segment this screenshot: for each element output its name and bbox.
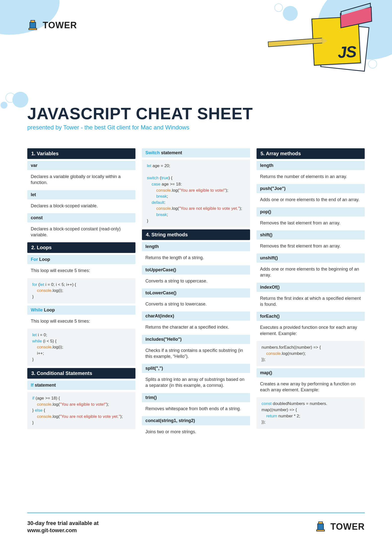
str-includes-h: includes("Hello") xyxy=(142,335,250,344)
section-variables: 1. Variables xyxy=(27,148,135,159)
str-includes-d: Checks if a string contains a specific s… xyxy=(142,346,250,362)
str-lower-d: Converts a string to lowercase. xyxy=(142,300,250,309)
str-concat-h: concat(string1, string2) xyxy=(142,416,250,425)
section-array-methods: 5. Array methods xyxy=(257,148,365,159)
while-loop-desc: This loop will execute 5 times: xyxy=(27,317,135,327)
footer: 30-day free trial available at www.git-t… xyxy=(27,468,365,534)
section-conditional: 3. Conditional Statements xyxy=(27,368,135,379)
str-upper-h: toUpperCase() xyxy=(142,265,250,275)
arr-pop-h: pop() xyxy=(257,207,365,216)
var-head: var xyxy=(27,161,135,170)
str-charat-h: charAt(index) xyxy=(142,311,250,321)
str-length-h: length xyxy=(142,242,250,251)
switch-code: let age = 20; switch (true) { case age >… xyxy=(142,159,250,227)
for-loop-code: for (let i = 0; i < 5; i++) { console.lo… xyxy=(27,278,135,304)
illustration-label: JS xyxy=(337,42,357,62)
column-2: Switch statement let age = 20; switch (t… xyxy=(142,148,250,437)
js-illustration: JS xyxy=(290,12,365,67)
str-trim-d: Removes whitespace from both ends of a s… xyxy=(142,404,250,414)
arr-length-d: Returns the number of elements in an arr… xyxy=(257,172,365,182)
page-subtitle: presented by Tower - the best Git client… xyxy=(27,124,365,131)
arr-foreach-d: Executes a provided function once for ea… xyxy=(257,323,365,339)
if-head: If statement xyxy=(27,381,135,390)
svg-rect-0 xyxy=(31,20,35,22)
for-loop-desc: This loop will execute 5 times: xyxy=(27,266,135,276)
page-title: JAVASCRIPT CHEAT SHEET xyxy=(27,104,365,123)
section-loops: 2. Loops xyxy=(27,242,135,253)
str-split-d: Splits a string into an array of substri… xyxy=(142,375,250,391)
if-code: if (age >= 18) { console.log("You are el… xyxy=(27,392,135,429)
var-desc: Declares a variable globally or locally … xyxy=(27,172,135,188)
brand-name: TOWER xyxy=(43,20,77,31)
while-loop-code: let i = 0; while (i < 5) { console.log(i… xyxy=(27,329,135,366)
arr-map-h: map() xyxy=(257,368,365,377)
column-3: 5. Array methods length Returns the numb… xyxy=(257,148,365,437)
column-1: 1. Variables var Declares a variable glo… xyxy=(27,148,135,437)
footer-trial-text: 30-day free trial available at www.git-t… xyxy=(27,520,98,534)
section-string-methods: 4. String methods xyxy=(142,229,250,240)
arr-foreach-h: forEach() xyxy=(257,312,365,321)
let-desc: Declares a block-scoped variable. xyxy=(27,201,135,211)
arr-shift-h: shift() xyxy=(257,230,365,240)
arr-map-d: Creates a new array by performing a func… xyxy=(257,379,365,396)
arr-push-d: Adds one or more elements to the end of … xyxy=(257,195,365,205)
arr-shift-d: Removes the first element from an array. xyxy=(257,242,365,251)
arr-length-h: length xyxy=(257,161,365,170)
brand-logo: TOWER xyxy=(27,20,77,31)
header-row: TOWER JS xyxy=(27,12,365,67)
str-split-h: split(",") xyxy=(142,364,250,373)
svg-rect-4 xyxy=(318,524,324,530)
footer-brand-name: TOWER xyxy=(330,522,365,532)
arr-indexof-d: Returns the first index at which a speci… xyxy=(257,294,365,310)
title-block: JAVASCRIPT CHEAT SHEET presented by Towe… xyxy=(27,104,365,131)
while-loop-head: While Loop xyxy=(27,306,135,315)
tower-logo-icon xyxy=(27,20,38,31)
arr-indexof-h: indexOf() xyxy=(257,283,365,292)
arr-pop-d: Removes the last element from an array. xyxy=(257,218,365,228)
let-head: let xyxy=(27,190,135,199)
arr-unshift-h: unshift() xyxy=(257,253,365,263)
str-trim-h: trim() xyxy=(142,393,250,402)
svg-rect-2 xyxy=(29,28,37,30)
const-desc: Declares a block-scoped constant (read-o… xyxy=(27,224,135,241)
tower-logo-icon xyxy=(315,521,326,532)
str-charat-d: Returns the character at a specified ind… xyxy=(142,323,250,333)
svg-rect-1 xyxy=(30,22,36,28)
str-lower-h: toLowerCase() xyxy=(142,288,250,298)
svg-rect-3 xyxy=(319,522,323,524)
str-concat-d: Joins two or more strings. xyxy=(142,427,250,437)
svg-rect-5 xyxy=(317,530,325,531)
str-length-d: Returns the length of a string. xyxy=(142,253,250,263)
arr-unshift-d: Adds one or more elements to the beginni… xyxy=(257,265,365,281)
const-head: const xyxy=(27,213,135,222)
footer-brand: TOWER xyxy=(315,521,365,532)
switch-head: Switch statement xyxy=(142,148,250,157)
arr-push-h: push("Joe") xyxy=(257,184,365,193)
foreach-code: numbers.forEach((number) => { console.lo… xyxy=(257,341,365,366)
map-code: const doubledNumbers = numbers. map((num… xyxy=(257,397,365,429)
for-loop-head: For Loop xyxy=(27,255,135,264)
str-upper-d: Converts a string to uppercase. xyxy=(142,277,250,286)
